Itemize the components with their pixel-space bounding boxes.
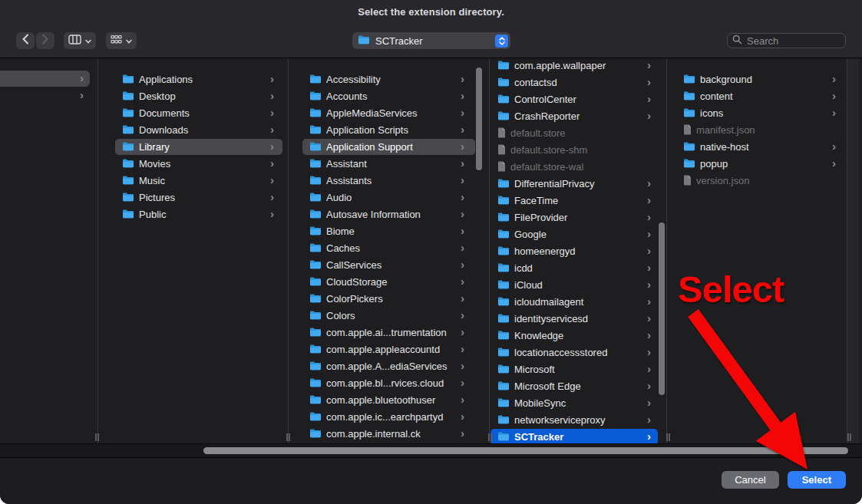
file-item-default-store-wal[interactable]: default.store-wal	[490, 158, 666, 175]
file-item-com-apple-bluetoothuser[interactable]: com.apple.bluetoothuser›	[289, 391, 489, 408]
file-item[interactable]: ›	[0, 87, 97, 104]
file-item-manifest-json[interactable]: manifest.json	[667, 121, 847, 138]
file-item-application-scripts[interactable]: Application Scripts›	[289, 121, 489, 138]
file-item-icdd[interactable]: icdd›	[490, 259, 666, 276]
select-button[interactable]: Select	[788, 471, 846, 489]
column-resize-handle[interactable]	[95, 433, 99, 441]
file-item-icloudmailagent[interactable]: icloudmailagent›	[490, 293, 666, 310]
file-item-identityservicesd[interactable]: identityservicesd›	[490, 310, 666, 327]
file-item-contactsd[interactable]: contactsd›	[490, 74, 666, 91]
file-icon	[497, 161, 506, 172]
file-item-downloads[interactable]: Downloads›	[98, 121, 288, 138]
chevron-right-icon: ›	[647, 194, 651, 206]
file-item-facetime[interactable]: FaceTime›	[490, 192, 666, 209]
back-button[interactable]	[16, 32, 35, 49]
file-item-label: Knowledge	[514, 330, 563, 341]
file-item-movies[interactable]: Movies›	[98, 155, 288, 172]
file-item-native-host[interactable]: native-host›	[667, 138, 847, 155]
folder-icon	[309, 294, 322, 303]
chevron-right-icon: ›	[832, 73, 836, 84]
group-by-button[interactable]	[106, 32, 137, 49]
file-item-autosave-information[interactable]: Autosave Information›	[289, 206, 489, 222]
file-item-knowledge[interactable]: Knowledge›	[490, 327, 666, 344]
file-item-documents[interactable]: Documents›	[98, 104, 288, 121]
file-item-callservices[interactable]: CallServices›	[289, 256, 489, 273]
file-item-com-apple-a-ediaservices[interactable]: com.apple.A...ediaServices›	[289, 357, 489, 374]
column-resize-handle[interactable]	[286, 433, 290, 441]
file-item-background[interactable]: background›	[667, 71, 847, 87]
search-field[interactable]	[727, 33, 846, 48]
file-item-com-apple-internal-ck[interactable]: com.apple.internal.ck›	[289, 425, 489, 442]
file-item-icloud[interactable]: iCloud›	[490, 276, 666, 293]
file-item-public[interactable]: Public›	[98, 206, 288, 222]
chevron-right-icon: ›	[270, 107, 274, 118]
file-item-com-apple-appleaccountd[interactable]: com.apple.appleaccountd›	[289, 341, 489, 357]
file-item-application-support[interactable]: Application Support›	[289, 138, 489, 155]
column-resize-handle[interactable]	[666, 433, 670, 441]
file-item-assistant[interactable]: Assistant›	[289, 155, 489, 172]
file-item-audio[interactable]: Audio›	[289, 189, 489, 206]
file-item-controlcenter[interactable]: ControlCenter›	[490, 91, 666, 107]
file-item-google[interactable]: Google›	[490, 226, 666, 242]
forward-button[interactable]	[36, 32, 54, 49]
file-item-content[interactable]: content›	[667, 87, 847, 104]
file-item-locationaccessstored[interactable]: locationaccessstored›	[490, 344, 666, 361]
file-item-desktop[interactable]: Desktop›	[98, 87, 288, 104]
file-item-mobilesync[interactable]: MobileSync›	[490, 394, 666, 411]
file-item-popup[interactable]: popup›	[667, 155, 847, 172]
folder-icon	[497, 415, 510, 424]
file-item-com-apple-bl-rvices-cloud[interactable]: com.apple.bl...rvices.cloud›	[289, 374, 489, 391]
location-popup-button[interactable]: SCTracker	[352, 32, 510, 49]
file-item[interactable]: ›	[0, 70, 97, 87]
file-item-colors[interactable]: Colors›	[289, 307, 489, 324]
file-item-crashreporter[interactable]: CrashReporter›	[490, 107, 666, 124]
file-item-com-apple-wallpaper[interactable]: com.apple.wallpaper›	[490, 59, 666, 74]
chevron-right-icon: ›	[647, 211, 651, 222]
file-item-differentialprivacy[interactable]: DifferentialPrivacy›	[490, 175, 666, 192]
file-item-library[interactable]: Library›	[98, 138, 288, 155]
column-resize-handle[interactable]	[488, 433, 492, 441]
chevron-right-icon: ›	[461, 259, 464, 270]
horizontal-scrollbar-thumb[interactable]	[203, 447, 848, 454]
view-mode-button[interactable]	[64, 32, 96, 49]
file-item-sctracker[interactable]: SCTracker›	[490, 428, 666, 443]
file-item-cloudstorage[interactable]: CloudStorage›	[289, 273, 489, 290]
file-item-assistants[interactable]: Assistants›	[289, 172, 489, 189]
chevron-right-icon: ›	[80, 72, 84, 84]
file-item-music[interactable]: Music›	[98, 172, 288, 189]
column-overflow-strip	[847, 59, 859, 443]
file-item-default-store[interactable]: default.store	[490, 124, 666, 141]
folder-icon	[309, 260, 322, 269]
file-item-networkserviceproxy[interactable]: networkserviceproxy›	[490, 411, 666, 428]
file-item-default-store-shm[interactable]: default.store-shm	[490, 141, 666, 158]
vertical-scrollbar-thumb[interactable]	[476, 68, 482, 170]
file-item-label: manifest.json	[696, 124, 755, 136]
file-item-applications[interactable]: Applications›	[98, 71, 288, 87]
file-item-label: com.apple.bluetoothuser	[326, 394, 435, 406]
file-item-version-json[interactable]: version.json	[667, 172, 847, 189]
vertical-scrollbar-thumb[interactable]	[659, 222, 665, 395]
file-item-caches[interactable]: Caches›	[289, 239, 489, 256]
file-item-com-apple-ic-earchpartyd[interactable]: com.apple.ic...earchpartyd›	[289, 408, 489, 425]
file-item-accounts[interactable]: Accounts›	[289, 87, 489, 104]
file-item-colorpickers[interactable]: ColorPickers›	[289, 290, 489, 307]
horizontal-scrollbar[interactable]	[0, 443, 862, 458]
column-resize-handle[interactable]	[847, 433, 851, 441]
file-item-applemediaservices[interactable]: AppleMediaServices›	[289, 104, 489, 121]
file-item-accessibility[interactable]: Accessibility›	[289, 71, 489, 87]
file-item-label: Assistant	[326, 158, 367, 170]
cancel-button[interactable]: Cancel	[722, 471, 778, 489]
file-item-biome[interactable]: Biome›	[289, 222, 489, 239]
file-item-pictures[interactable]: Pictures›	[98, 189, 288, 206]
file-item-label: contactsd	[514, 77, 557, 88]
search-input[interactable]	[745, 35, 841, 48]
file-item-homeenergyd[interactable]: homeenergyd›	[490, 242, 666, 259]
file-item-fileprovider[interactable]: FileProvider›	[490, 209, 666, 226]
file-item-com-apple-ai-trumentation[interactable]: com.apple.ai...trumentation›	[289, 324, 489, 341]
file-item-microsoft-edge[interactable]: Microsoft Edge›	[490, 377, 666, 394]
file-item-microsoft[interactable]: Microsoft›	[490, 361, 666, 377]
file-item-icons[interactable]: icons›	[667, 104, 847, 121]
file-item-label: CloudStorage	[326, 276, 388, 288]
file-item-label: identityservicesd	[514, 313, 588, 324]
chevron-right-icon: ›	[647, 228, 651, 239]
